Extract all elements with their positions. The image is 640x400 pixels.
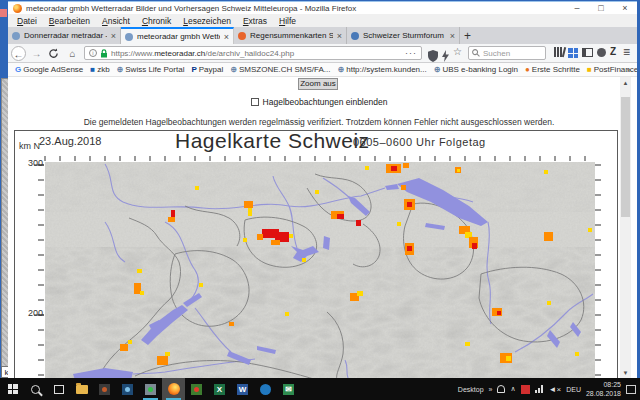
tab-favicon: [125, 33, 133, 41]
clock[interactable]: 08:25 28.08.2018: [586, 380, 621, 398]
reload-icon[interactable]: [46, 46, 61, 61]
taskbar-file-explorer-icon[interactable]: [70, 378, 93, 400]
zotero-icon[interactable]: Z: [610, 46, 616, 57]
new-tab-button[interactable]: +: [460, 27, 480, 44]
page-scrollbar[interactable]: ▲ ▼: [620, 77, 631, 379]
bookmark-icon: ⊕: [230, 66, 237, 74]
hail-cell: [337, 214, 344, 219]
tab-close-icon[interactable]: ×: [337, 31, 342, 41]
thunderbird-glyph: [260, 384, 271, 395]
zoom-aus-button[interactable]: Zoom aus: [298, 78, 338, 90]
bookmark-google-adsense[interactable]: GGoogle AdSense: [12, 65, 86, 74]
bookmark-paypal[interactable]: PPaypal: [188, 65, 226, 74]
maximize-button[interactable]: □: [589, 2, 613, 14]
background-window-fragment: [0, 9, 7, 17]
tab-close-icon[interactable]: ×: [224, 32, 229, 42]
extension-icon[interactable]: [597, 48, 606, 57]
page-info-icon[interactable]: i: [89, 49, 97, 57]
taskbar-mail-icon[interactable]: ✉: [277, 378, 300, 400]
tab-favicon: [12, 32, 20, 40]
bookmark-label: zkb: [97, 65, 109, 74]
taskbar-image-viewer-icon[interactable]: [185, 378, 208, 400]
bookmark-star-icon[interactable]: ☆: [453, 46, 462, 57]
home-button[interactable]: ⌂: [65, 46, 80, 61]
bookmark-http-system-kunden[interactable]: ⊕http://system.kunden...: [335, 65, 430, 74]
scrollbar-thumb[interactable]: [621, 97, 630, 217]
map-date: 23.Aug.2018: [39, 135, 101, 147]
taskbar-photos-icon[interactable]: [116, 378, 139, 400]
tab-regensummenkarten-schweiz[interactable]: Regensummenkarten Schweiz×: [234, 27, 347, 44]
bookmark-zkb[interactable]: ■zkb: [87, 65, 112, 74]
desktop-toolbar-label[interactable]: Desktop: [458, 386, 484, 393]
bookmark-icon: ⊕: [117, 66, 124, 74]
menu-item-datei[interactable]: Datei: [12, 16, 42, 26]
bookmark-erste-schritte[interactable]: ●Erste Schritte: [522, 65, 583, 74]
close-button[interactable]: ×: [613, 2, 637, 14]
task-view-glyph: [54, 385, 64, 394]
bookmark-ubs-e-banking-login[interactable]: ⊕UBS e-banking Login: [431, 65, 521, 74]
minimize-button[interactable]: –: [565, 2, 589, 14]
bookmark-swiss-life-portal[interactable]: ⊕Swiss Life Portal: [114, 65, 188, 74]
search-input[interactable]: Suchen: [468, 46, 546, 60]
hidden-icons-chevron[interactable]: ∧: [510, 385, 515, 393]
hail-cell: [248, 208, 252, 216]
hail-cell: [137, 269, 142, 273]
taskbar-task-view-icon[interactable]: [47, 378, 70, 400]
tab-close-icon[interactable]: ×: [450, 31, 455, 41]
hail-cell: [257, 234, 263, 240]
taskbar-search-icon[interactable]: [24, 378, 47, 400]
speed-dial-grid-icon[interactable]: [568, 48, 578, 58]
menu-item-lesezeichen[interactable]: Lesezeichen: [178, 16, 236, 26]
hail-cell: [195, 186, 199, 190]
taskbar-thunderbird-icon[interactable]: [254, 378, 277, 400]
sidebar-icon[interactable]: [582, 48, 593, 57]
forward-button[interactable]: →: [29, 46, 44, 61]
firefox-window: meteoradar gmbh Wetterradar Bilder und V…: [8, 1, 637, 378]
firefox-logo-icon: [13, 4, 22, 13]
taskbar-firefox-icon[interactable]: [162, 378, 185, 400]
password-manager-glyph: [145, 384, 156, 395]
bookmark-smszone-ch-sms-fa[interactable]: ⊕SMSZONE.CH SMS/FA...: [227, 65, 333, 74]
y-axis-label-200: 200: [21, 308, 43, 318]
language-indicator[interactable]: DEU: [566, 386, 581, 393]
action-center-icon[interactable]: [626, 385, 636, 394]
app-dark-glyph: [99, 384, 110, 395]
taskbar-app-dark-icon[interactable]: [93, 378, 116, 400]
taskbar-start-icon[interactable]: [1, 378, 24, 400]
hail-observations-checkbox[interactable]: [251, 98, 259, 106]
hail-cell: [244, 201, 253, 208]
tab-close-icon[interactable]: ×: [111, 31, 116, 41]
menu-item-bearbeiten[interactable]: Bearbeiten: [44, 16, 95, 26]
menu-item-extras[interactable]: Extras: [238, 16, 272, 26]
library-icon[interactable]: [554, 47, 566, 58]
desktop-toolbar-chevron[interactable]: »: [489, 386, 493, 393]
network-icon[interactable]: [535, 385, 544, 393]
taskbar-word-icon[interactable]: W: [231, 378, 254, 400]
people-icon[interactable]: [497, 385, 505, 393]
tab-meteoradar-gmbh-wetterradar[interactable]: meteoradar gmbh Wetterradar×: [121, 27, 234, 44]
tab-schweizer-sturmforum-antw[interactable]: Schweizer Sturmforum - Antw×: [347, 27, 460, 44]
menu-hamburger-icon[interactable]: ≡: [623, 45, 630, 59]
taskbar-excel-icon[interactable]: X: [208, 378, 231, 400]
menu-item-chronik[interactable]: Chronik: [137, 16, 176, 26]
menu-item-ansicht[interactable]: Ansicht: [97, 16, 135, 26]
hail-cell: [544, 232, 553, 241]
bookmarks-overflow-chevron[interactable]: »: [626, 65, 631, 75]
speaker-muted-icon[interactable]: ◄×: [549, 385, 562, 394]
hail-cell: [315, 190, 319, 194]
photos-glyph: [122, 384, 133, 395]
page-actions-icon[interactable]: ···: [405, 48, 417, 58]
menu-item-hilfe[interactable]: Hilfe: [274, 16, 301, 26]
axis-unit-label: km N: [19, 141, 40, 151]
taskbar-password-manager-icon[interactable]: [139, 378, 162, 400]
hail-cell: [403, 163, 409, 168]
back-button[interactable]: ←: [11, 46, 26, 61]
antivirus-tray-icon[interactable]: [521, 385, 530, 394]
url-bar[interactable]: i https://www.meteoradar.ch/de/archiv_ha…: [84, 46, 422, 60]
scroll-up-icon[interactable]: ▲: [620, 77, 631, 89]
tab-donnerradar-metradar-regen[interactable]: Donnerradar metradar - Regen×: [8, 27, 121, 44]
bookmark-icon: ⊕: [338, 66, 345, 74]
file-explorer-glyph: [76, 385, 88, 394]
hail-cell: [168, 217, 175, 222]
bookmark-label: SMSZONE.CH SMS/FA...: [239, 65, 331, 74]
